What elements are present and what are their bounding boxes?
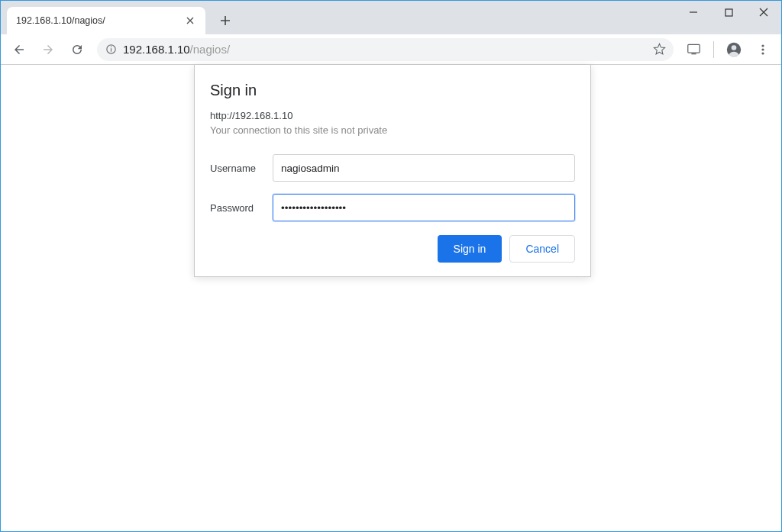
- svg-point-9: [761, 52, 764, 54]
- username-label: Username: [210, 163, 273, 174]
- url-path: /nagios/: [190, 43, 231, 56]
- dialog-origin: http://192.168.1.10: [210, 110, 575, 121]
- signin-button[interactable]: Sign in: [438, 235, 502, 263]
- username-row: Username: [210, 154, 575, 182]
- close-window-button[interactable]: [746, 1, 781, 24]
- bookmark-icon[interactable]: [652, 43, 666, 56]
- toolbar-divider: [713, 41, 714, 58]
- url-text: 192.168.1.10/nagios/: [123, 43, 646, 56]
- address-bar[interactable]: 192.168.1.10/nagios/: [97, 38, 674, 61]
- profile-icon[interactable]: [722, 37, 746, 62]
- browser-tab[interactable]: 192.168.1.10/nagios/: [7, 7, 205, 34]
- svg-point-6: [732, 45, 737, 50]
- url-host: 192.168.1.10: [123, 43, 190, 56]
- svg-rect-0: [725, 9, 732, 16]
- site-info-icon[interactable]: [105, 44, 117, 56]
- svg-point-7: [761, 44, 764, 47]
- maximize-button[interactable]: [711, 1, 746, 24]
- window-controls: [676, 1, 781, 24]
- forward-button[interactable]: [36, 37, 60, 62]
- svg-rect-3: [110, 47, 111, 47]
- new-tab-button[interactable]: [215, 10, 236, 31]
- auth-dialog: Sign in http://192.168.1.10 Your connect…: [194, 65, 591, 277]
- password-row: Password: [210, 194, 575, 221]
- titlebar: 192.168.1.10/nagios/: [1, 1, 781, 34]
- cancel-button[interactable]: Cancel: [509, 235, 575, 263]
- reload-button[interactable]: [65, 37, 89, 62]
- page-content: Sign in http://192.168.1.10 Your connect…: [1, 65, 781, 531]
- minimize-button[interactable]: [676, 1, 711, 24]
- menu-icon[interactable]: [751, 37, 775, 62]
- tab-title: 192.168.1.10/nagios/: [16, 15, 184, 26]
- close-tab-icon[interactable]: [184, 15, 196, 27]
- svg-point-8: [761, 48, 764, 50]
- password-input[interactable]: [273, 194, 575, 221]
- dialog-title: Sign in: [210, 82, 575, 99]
- cast-icon[interactable]: [681, 37, 706, 62]
- toolbar: 192.168.1.10/nagios/: [1, 34, 781, 65]
- back-button[interactable]: [7, 37, 31, 62]
- svg-rect-4: [687, 44, 699, 53]
- username-input[interactable]: [273, 154, 575, 182]
- password-label: Password: [210, 202, 273, 214]
- dialog-buttons: Sign in Cancel: [210, 235, 575, 263]
- svg-rect-2: [110, 48, 111, 51]
- dialog-warning: Your connection to this site is not priv…: [210, 124, 575, 136]
